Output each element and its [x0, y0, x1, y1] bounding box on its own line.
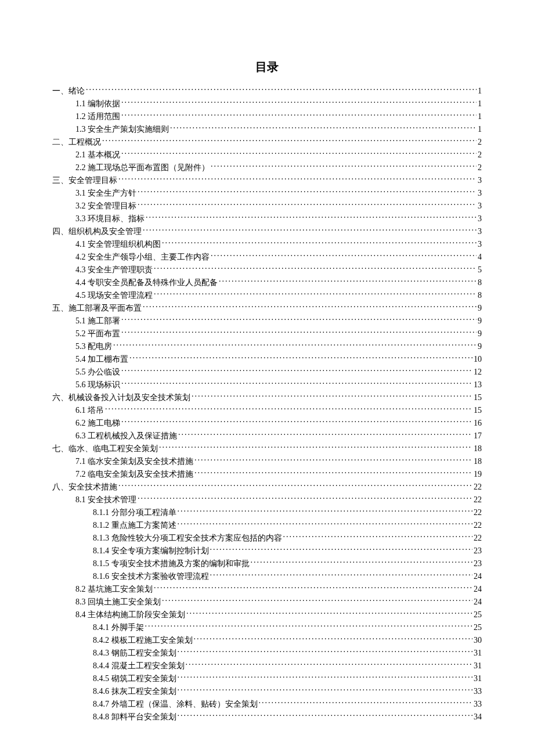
- toc-entry-label: 4.2 安全生产领导小组、主要工作内容: [75, 251, 210, 263]
- toc-leader-dots: [159, 443, 472, 451]
- toc-entry-page: 3: [478, 213, 482, 225]
- toc-entry: 8.1.6 安全技术方案验收管理流程24: [52, 570, 482, 582]
- toc-entry-label: 一、绪论: [52, 85, 85, 97]
- toc-entry-label: 8.1.4 安全专项方案编制控制计划: [93, 545, 209, 557]
- toc-entry-label: 8.1 安全技术管理: [75, 494, 136, 506]
- toc-leader-dots: [113, 341, 477, 349]
- toc-entry-page: 23: [474, 557, 482, 570]
- toc-leader-dots: [192, 392, 472, 400]
- toc-entry-page: 1: [478, 85, 482, 97]
- toc-entry: 6.3 工程机械投入及保证措施17: [52, 430, 482, 442]
- toc-leader-dots: [105, 405, 472, 413]
- toc-entry-page: 22: [474, 494, 482, 506]
- toc-entry-page: 34: [474, 711, 482, 723]
- toc-entry: 8.4.7 外墙工程（保温、涂料、贴砖）安全策划33: [52, 698, 482, 710]
- toc-leader-dots: [138, 494, 472, 502]
- toc-entry-label: 7.2 临电安全策划及安全技术措施: [75, 468, 193, 480]
- toc-entry: 一、绪论1: [52, 85, 482, 97]
- toc-leader-dots: [121, 315, 477, 323]
- toc-leader-dots: [210, 571, 473, 579]
- toc-entry: 8.4.3 钢筋工程安全策划31: [52, 647, 482, 659]
- toc-entry: 2.1 基本概况2: [52, 149, 482, 161]
- toc-entry-page: 22: [474, 519, 482, 531]
- toc-leader-dots: [178, 647, 473, 656]
- toc-leader-dots: [121, 111, 477, 119]
- toc-entry-page: 31: [474, 660, 482, 672]
- toc-entry-page: 1: [478, 123, 482, 135]
- toc-entry: 5.3 配电房9: [52, 340, 482, 352]
- toc-entry-label: 8.4.8 卸料平台安全策划: [93, 711, 176, 723]
- toc-leader-dots: [145, 622, 473, 630]
- toc-entry-page: 3: [478, 238, 482, 250]
- toc-entry-label: 4.5 现场安全管理流程: [75, 289, 153, 301]
- toc-entry-page: 33: [474, 698, 482, 710]
- toc-entry-label: 6.2 施工电梯: [75, 417, 120, 429]
- toc-entry-page: 2: [478, 161, 482, 174]
- toc-entry-label: 8.4.2 模板工程施工安全策划: [93, 634, 193, 646]
- toc-leader-dots: [121, 417, 472, 426]
- toc-entry-page: 15: [474, 391, 482, 404]
- toc-entry-page: 1: [478, 98, 482, 110]
- toc-entry-label: 4.4 专职安全员配备及特殊作业人员配备: [75, 276, 218, 289]
- toc-entry-label: 8.4.3 钢筋工程安全策划: [93, 647, 176, 659]
- toc-leader-dots: [194, 635, 473, 643]
- toc-entry-page: 9: [478, 302, 482, 314]
- toc-entry-page: 31: [474, 647, 482, 659]
- toc-entry-label: 1.3 安全生产策划实施细则: [75, 123, 169, 135]
- toc-entry-page: 2: [478, 149, 482, 161]
- toc-entry-label: 8.1.5 专项安全技术措施及方案的编制和审批: [93, 557, 250, 570]
- toc-entry: 2.2 施工现场总平面布置图（见附件）2: [52, 161, 482, 174]
- toc-leader-dots: [121, 379, 472, 387]
- toc-entry-page: 13: [474, 379, 482, 391]
- toc-entry: 8.3 回填土施工安全策划24: [52, 596, 482, 608]
- toc-leader-dots: [186, 609, 472, 617]
- toc-entry: 3.1 安全生产方针3: [52, 187, 482, 199]
- toc-leader-dots: [154, 264, 477, 272]
- toc-entry-label: 二、工程概况: [52, 136, 101, 148]
- toc-leader-dots: [283, 532, 473, 541]
- toc-entry-label: 5.5 办公临设: [75, 366, 120, 378]
- toc-entry: 8.4.8 卸料平台安全策划34: [52, 711, 482, 723]
- toc-entry: 8.1 安全技术管理22: [52, 494, 482, 506]
- table-of-contents: 一、绪论11.1 编制依据11.2 适用范围11.3 安全生产策划实施细则1二、…: [52, 85, 482, 723]
- toc-entry: 8.4.5 砌筑工程安全策划31: [52, 672, 482, 685]
- toc-entry-label: 七、临水、临电工程安全策划: [52, 442, 158, 455]
- toc-entry-page: 24: [474, 583, 482, 595]
- toc-entry-label: 8.4.6 抹灰工程安全策划: [93, 685, 176, 697]
- toc-entry-page: 5: [478, 264, 482, 276]
- toc-entry-label: 6.3 工程机械投入及保证措施: [75, 430, 177, 442]
- toc-leader-dots: [121, 98, 477, 106]
- toc-entry: 6.2 施工电梯16: [52, 417, 482, 429]
- toc-entry-label: 8.4.1 外脚手架: [93, 621, 144, 633]
- toc-leader-dots: [121, 328, 477, 336]
- toc-entry: 8.2 基坑施工安全策划24: [52, 583, 482, 595]
- toc-entry: 5.5 办公临设12: [52, 366, 482, 378]
- toc-leader-dots: [259, 699, 473, 707]
- toc-entry: 4.5 现场安全管理流程8: [52, 289, 482, 301]
- toc-entry-label: 8.4.5 砌筑工程安全策划: [93, 672, 176, 685]
- toc-leader-dots: [211, 162, 477, 170]
- toc-entry: 8.4.4 混凝土工程安全策划31: [52, 660, 482, 672]
- toc-entry: 8.4.1 外脚手架25: [52, 621, 482, 633]
- toc-entry: 8.1.1 分部分项工程清单22: [52, 506, 482, 519]
- toc-entry-label: 5.3 配电房: [75, 340, 112, 352]
- toc-entry: 5.6 现场标识13: [52, 379, 482, 391]
- toc-entry-page: 30: [474, 634, 482, 646]
- toc-entry-page: 9: [478, 315, 482, 327]
- toc-entry-label: 3.3 环境目标、指标: [75, 213, 145, 225]
- page-title: 目录: [52, 58, 482, 75]
- toc-entry: 4.1 安全管理组织机构图3: [52, 238, 482, 250]
- toc-leader-dots: [86, 85, 477, 93]
- toc-leader-dots: [194, 456, 472, 464]
- toc-leader-dots: [143, 303, 477, 311]
- toc-entry: 八、安全技术措施22: [52, 481, 482, 493]
- toc-entry-label: 1.2 适用范围: [75, 110, 120, 123]
- toc-entry: 二、工程概况2: [52, 136, 482, 148]
- toc-leader-dots: [186, 660, 473, 668]
- toc-entry-page: 3: [478, 174, 482, 186]
- toc-entry-page: 4: [478, 251, 482, 263]
- toc-leader-dots: [178, 711, 473, 719]
- toc-entry: 六、机械设备投入计划及安全技术策划15: [52, 391, 482, 404]
- toc-entry-label: 6.1 塔吊: [75, 404, 104, 416]
- toc-leader-dots: [178, 507, 473, 515]
